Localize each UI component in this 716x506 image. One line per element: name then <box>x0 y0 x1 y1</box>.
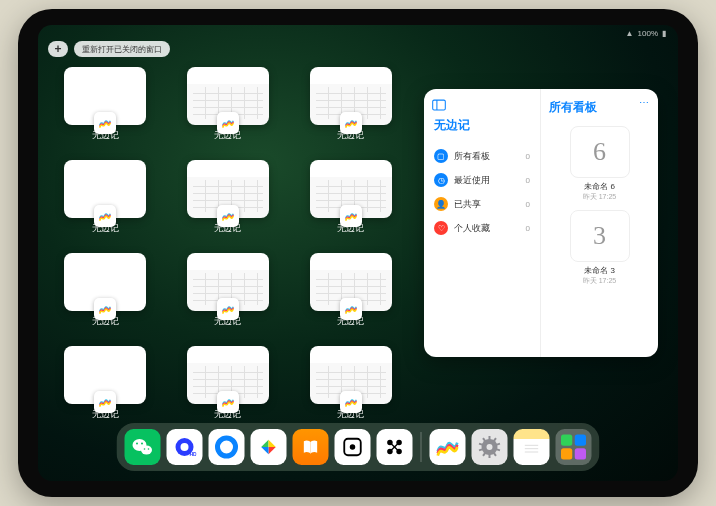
freeform-icon <box>94 298 116 320</box>
svg-rect-36 <box>575 435 586 446</box>
battery-text: 100% <box>638 29 658 38</box>
freeform-icon <box>94 391 116 413</box>
board-preview: 3 <box>570 210 630 262</box>
board-date: 昨天 17:25 <box>549 276 650 286</box>
dock-app-connect[interactable] <box>377 429 413 465</box>
svg-rect-0 <box>433 100 446 110</box>
panel-right-title: 所有看板 <box>549 99 650 116</box>
menu-label: 个人收藏 <box>454 222 520 235</box>
freeform-icon <box>94 112 116 134</box>
freeform-icon <box>340 298 362 320</box>
window-thumb[interactable]: 无边记 <box>303 67 398 142</box>
freeform-icon <box>217 205 239 227</box>
window-thumb[interactable]: 无边记 <box>303 253 398 328</box>
window-thumb[interactable]: 无边记 <box>58 67 153 142</box>
svg-rect-35 <box>561 435 572 446</box>
menu-icon: 👤 <box>434 197 448 211</box>
board-name: 未命名 3 <box>549 265 650 276</box>
window-thumb[interactable]: 无边记 <box>181 67 276 142</box>
svg-point-5 <box>141 443 143 445</box>
freeform-panel: 无边记 ▢ 所有看板 0 ◷ 最近使用 0 👤 已共享 0 ♡ 个人收藏 0 ⋯… <box>424 89 658 357</box>
dock-app-wechat[interactable] <box>125 429 161 465</box>
sidebar-item[interactable]: ▢ 所有看板 0 <box>432 144 532 168</box>
window-thumb[interactable]: 无边记 <box>58 346 153 421</box>
freeform-icon <box>340 112 362 134</box>
board-card[interactable]: 6 未命名 6 昨天 17:25 <box>549 126 650 202</box>
window-thumb[interactable]: 无边记 <box>58 253 153 328</box>
dock-separator <box>421 432 422 462</box>
menu-icon: ▢ <box>434 149 448 163</box>
menu-count: 0 <box>526 152 530 161</box>
dock-app-notes[interactable] <box>514 429 550 465</box>
panel-sidebar: 无边记 ▢ 所有看板 0 ◷ 最近使用 0 👤 已共享 0 ♡ 个人收藏 0 <box>424 89 541 357</box>
freeform-icon <box>217 298 239 320</box>
svg-point-13 <box>350 444 356 450</box>
menu-count: 0 <box>526 176 530 185</box>
dock-app-app-library[interactable] <box>556 429 592 465</box>
menu-icon: ◷ <box>434 173 448 187</box>
panel-title: 无边记 <box>434 117 532 134</box>
board-date: 昨天 17:25 <box>549 192 650 202</box>
top-controls: + 重新打开已关闭的窗口 <box>48 41 170 57</box>
board-name: 未命名 6 <box>549 181 650 192</box>
wifi-icon: ▲ <box>626 29 634 38</box>
battery-icon: ▮ <box>662 29 666 38</box>
freeform-icon <box>340 205 362 227</box>
dock-app-settings[interactable] <box>472 429 508 465</box>
svg-point-7 <box>148 448 150 450</box>
status-bar: ▲ 100% ▮ <box>626 29 666 38</box>
svg-rect-24 <box>496 443 500 446</box>
freeform-icon <box>94 205 116 227</box>
svg-point-3 <box>141 446 152 455</box>
dock-app-books[interactable] <box>293 429 329 465</box>
sidebar-item[interactable]: ◷ 最近使用 0 <box>432 168 532 192</box>
more-button[interactable]: ⋯ <box>639 97 650 108</box>
board-preview: 6 <box>570 126 630 178</box>
window-thumb[interactable]: 无边记 <box>181 253 276 328</box>
window-thumb[interactable]: 无边记 <box>58 160 153 235</box>
svg-text:HD: HD <box>190 451 197 457</box>
svg-rect-27 <box>489 454 491 458</box>
menu-count: 0 <box>526 200 530 209</box>
reopen-closed-window-button[interactable]: 重新打开已关闭的窗口 <box>74 41 170 57</box>
svg-point-6 <box>144 448 146 450</box>
sidebar-toggle-icon[interactable] <box>432 99 446 111</box>
dock-app-dice[interactable] <box>335 429 371 465</box>
svg-rect-30 <box>479 443 483 446</box>
dock-app-browser[interactable] <box>209 429 245 465</box>
svg-rect-25 <box>496 448 500 451</box>
window-thumb[interactable]: 无边记 <box>303 346 398 421</box>
dock-app-quark[interactable]: HD <box>167 429 203 465</box>
svg-point-4 <box>136 443 138 445</box>
sidebar-item[interactable]: 👤 已共享 0 <box>432 192 532 216</box>
svg-rect-29 <box>479 448 483 451</box>
svg-point-9 <box>181 443 189 451</box>
window-thumb[interactable]: 无边记 <box>181 346 276 421</box>
svg-point-11 <box>218 438 236 456</box>
window-thumb[interactable]: 无边记 <box>303 160 398 235</box>
windows-grid: 无边记 无边记 无边记 无边记 无边记 无边记 无边记 无边记 无边记 无边记 … <box>58 67 398 421</box>
window-thumb[interactable]: 无边记 <box>181 160 276 235</box>
new-window-button[interactable]: + <box>48 41 68 57</box>
svg-rect-38 <box>575 448 586 459</box>
panel-content: ⋯ 所有看板 6 未命名 6 昨天 17:25 3 未命名 3 昨天 17:25 <box>541 89 658 357</box>
screen: ▲ 100% ▮ + 重新打开已关闭的窗口 无边记 无边记 无边记 无边记 无边… <box>38 25 678 481</box>
dock-app-play[interactable] <box>251 429 287 465</box>
sidebar-item[interactable]: ♡ 个人收藏 0 <box>432 216 532 240</box>
svg-rect-37 <box>561 448 572 459</box>
ipad-frame: ▲ 100% ▮ + 重新打开已关闭的窗口 无边记 无边记 无边记 无边记 无边… <box>18 9 698 497</box>
svg-point-21 <box>487 444 493 450</box>
menu-count: 0 <box>526 224 530 233</box>
freeform-icon <box>340 391 362 413</box>
menu-label: 所有看板 <box>454 150 520 163</box>
freeform-icon <box>217 112 239 134</box>
svg-rect-22 <box>489 436 491 440</box>
board-card[interactable]: 3 未命名 3 昨天 17:25 <box>549 210 650 286</box>
menu-label: 已共享 <box>454 198 520 211</box>
menu-label: 最近使用 <box>454 174 520 187</box>
dock: HD <box>117 423 600 471</box>
menu-icon: ♡ <box>434 221 448 235</box>
dock-app-freeform[interactable] <box>430 429 466 465</box>
freeform-icon <box>217 391 239 413</box>
